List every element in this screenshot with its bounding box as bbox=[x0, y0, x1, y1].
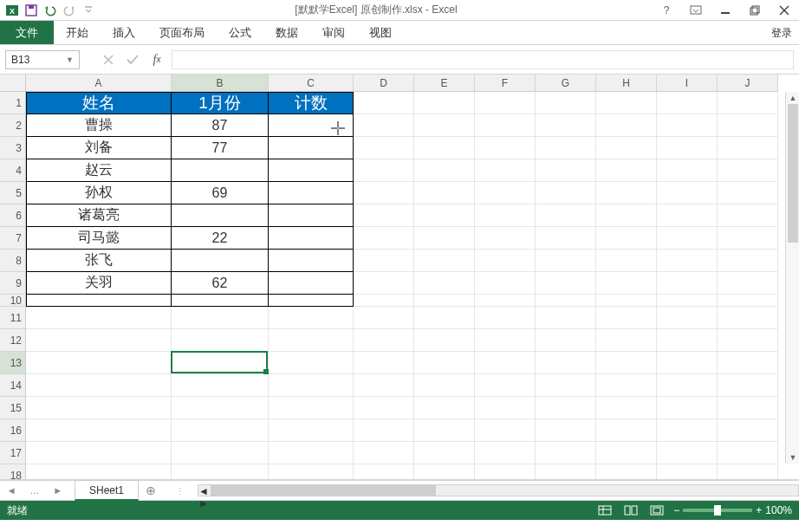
cell-B18[interactable] bbox=[172, 464, 269, 480]
cell-G4[interactable] bbox=[536, 159, 596, 182]
cell-H7[interactable] bbox=[596, 227, 657, 250]
tab-pagelayout[interactable]: 页面布局 bbox=[147, 21, 217, 44]
row-header-9[interactable]: 9 bbox=[0, 272, 26, 295]
cell-I2[interactable] bbox=[657, 114, 718, 137]
cell-D11[interactable] bbox=[354, 307, 414, 329]
cell-H2[interactable] bbox=[596, 114, 657, 137]
sheet-nav-next-icon[interactable]: ► bbox=[53, 485, 62, 496]
tab-insert[interactable]: 插入 bbox=[101, 21, 147, 44]
tab-home[interactable]: 开始 bbox=[54, 21, 101, 44]
restore-icon[interactable] bbox=[744, 2, 766, 19]
cell-F6[interactable] bbox=[475, 204, 536, 227]
cell-B3[interactable]: 77 bbox=[172, 137, 269, 159]
cell-F2[interactable] bbox=[475, 114, 536, 137]
cell-F3[interactable] bbox=[475, 137, 536, 159]
cell-J13[interactable] bbox=[718, 352, 778, 374]
cell-A5[interactable]: 孙权 bbox=[26, 182, 172, 204]
cell-H11[interactable] bbox=[596, 307, 657, 329]
cell-E14[interactable] bbox=[414, 374, 475, 397]
cell-I5[interactable] bbox=[657, 182, 718, 204]
cell-C5[interactable] bbox=[269, 182, 354, 204]
cell-E6[interactable] bbox=[414, 204, 475, 227]
cell-I13[interactable] bbox=[657, 352, 718, 374]
cell-G7[interactable] bbox=[536, 227, 596, 250]
cell-G6[interactable] bbox=[536, 204, 596, 227]
cell-E7[interactable] bbox=[414, 227, 475, 250]
cell-F4[interactable] bbox=[475, 159, 536, 182]
cell-J6[interactable] bbox=[718, 204, 778, 227]
row-header-5[interactable]: 5 bbox=[0, 182, 26, 204]
cell-G16[interactable] bbox=[536, 419, 596, 442]
help-icon[interactable]: ? bbox=[655, 2, 678, 19]
cell-G14[interactable] bbox=[536, 374, 596, 397]
cell-J1[interactable] bbox=[718, 92, 778, 114]
cell-C6[interactable] bbox=[269, 204, 354, 227]
cell-A16[interactable] bbox=[26, 419, 172, 442]
cell-C13[interactable] bbox=[269, 352, 354, 374]
accept-formula-icon[interactable] bbox=[123, 50, 142, 69]
cell-J9[interactable] bbox=[718, 272, 778, 295]
cell-I18[interactable] bbox=[657, 464, 718, 480]
cell-E18[interactable] bbox=[414, 464, 475, 480]
cells-area[interactable]: 姓名1月份计数曹操87刘备77赵云孙权69诸葛亮司马懿22张飞关羽62 bbox=[26, 92, 778, 480]
cell-C4[interactable] bbox=[269, 159, 354, 182]
cell-G13[interactable] bbox=[536, 352, 596, 374]
col-header-H[interactable]: H bbox=[596, 75, 657, 92]
cell-C7[interactable] bbox=[269, 227, 354, 250]
cell-H10[interactable] bbox=[596, 295, 657, 307]
cell-J3[interactable] bbox=[718, 137, 778, 159]
cell-I10[interactable] bbox=[657, 295, 718, 307]
row-header-16[interactable]: 16 bbox=[0, 419, 26, 442]
cell-E16[interactable] bbox=[414, 419, 475, 442]
cell-C8[interactable] bbox=[269, 250, 354, 272]
minimize-icon[interactable] bbox=[714, 2, 737, 19]
cell-I14[interactable] bbox=[657, 374, 718, 397]
cell-G18[interactable] bbox=[536, 464, 596, 480]
cell-H6[interactable] bbox=[596, 204, 657, 227]
col-header-E[interactable]: E bbox=[414, 75, 475, 92]
cell-E10[interactable] bbox=[414, 295, 475, 307]
row-header-10[interactable]: 10 bbox=[0, 295, 26, 307]
cell-J5[interactable] bbox=[718, 182, 778, 204]
cell-E11[interactable] bbox=[414, 307, 475, 329]
cell-D13[interactable] bbox=[354, 352, 414, 374]
cell-I3[interactable] bbox=[657, 137, 718, 159]
sheet-nav-menu-icon[interactable]: … bbox=[29, 485, 39, 496]
cell-I16[interactable] bbox=[657, 419, 718, 442]
cell-D9[interactable] bbox=[354, 272, 414, 295]
row-header-11[interactable]: 11 bbox=[0, 307, 26, 329]
cell-C11[interactable] bbox=[269, 307, 354, 329]
col-header-J[interactable]: J bbox=[718, 75, 778, 92]
cell-A10[interactable] bbox=[26, 295, 172, 307]
cell-C16[interactable] bbox=[269, 419, 354, 442]
col-header-A[interactable]: A bbox=[26, 75, 172, 92]
zoom-slider[interactable] bbox=[683, 509, 752, 512]
cell-F13[interactable] bbox=[475, 352, 536, 374]
horizontal-scrollbar[interactable]: ◄ ► bbox=[198, 484, 799, 496]
cell-B12[interactable] bbox=[172, 329, 269, 352]
cell-A2[interactable]: 曹操 bbox=[26, 114, 172, 137]
cell-H8[interactable] bbox=[596, 250, 657, 272]
sheet-nav-prev-icon[interactable]: ◄ bbox=[7, 485, 16, 496]
cell-C12[interactable] bbox=[269, 329, 354, 352]
row-header-17[interactable]: 17 bbox=[0, 442, 26, 464]
row-header-4[interactable]: 4 bbox=[0, 159, 26, 182]
cell-J2[interactable] bbox=[718, 114, 778, 137]
cell-I17[interactable] bbox=[657, 442, 718, 464]
cell-D14[interactable] bbox=[354, 374, 414, 397]
cell-A18[interactable] bbox=[26, 464, 172, 480]
row-header-18[interactable]: 18 bbox=[0, 464, 26, 480]
cell-H16[interactable] bbox=[596, 419, 657, 442]
cell-F18[interactable] bbox=[475, 464, 536, 480]
cell-G9[interactable] bbox=[536, 272, 596, 295]
cell-E2[interactable] bbox=[414, 114, 475, 137]
row-header-14[interactable]: 14 bbox=[0, 374, 26, 397]
name-box-dropdown-icon[interactable]: ▼ bbox=[66, 55, 74, 64]
cell-F17[interactable] bbox=[475, 442, 536, 464]
cell-G12[interactable] bbox=[536, 329, 596, 352]
cell-D4[interactable] bbox=[354, 159, 414, 182]
cell-C1[interactable]: 计数 bbox=[269, 92, 354, 114]
col-header-F[interactable]: F bbox=[475, 75, 536, 92]
cell-D15[interactable] bbox=[354, 397, 414, 419]
cell-B17[interactable] bbox=[172, 442, 269, 464]
